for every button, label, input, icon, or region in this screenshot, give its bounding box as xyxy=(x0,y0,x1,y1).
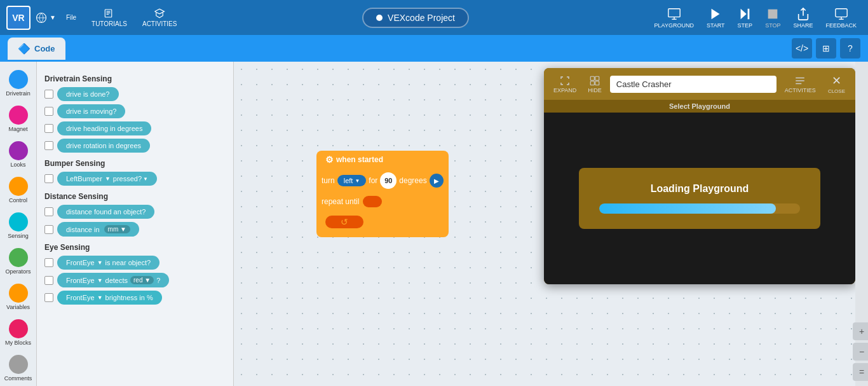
checkbox-drive-rotation[interactable] xyxy=(44,141,53,150)
hide-button[interactable]: HIDE xyxy=(585,73,605,95)
block-distance-object[interactable]: distance found an object? xyxy=(57,205,154,219)
checkbox-drive-heading[interactable] xyxy=(44,124,53,133)
loading-bar-background xyxy=(599,203,800,214)
help-button[interactable]: ? xyxy=(840,38,860,59)
block-leftbumper[interactable]: LeftBumper ▼ pressed? xyxy=(57,172,157,186)
code-tab[interactable]: 🔷 Code xyxy=(8,38,65,60)
stop-icon xyxy=(766,7,780,21)
layout-button[interactable]: ⊞ xyxy=(816,38,836,59)
project-pill[interactable]: VEXcode Project xyxy=(362,8,469,28)
start-button[interactable]: START xyxy=(702,4,730,31)
feedback-button[interactable]: FEEDBACK xyxy=(820,4,862,31)
expand-button[interactable]: EXPAND xyxy=(550,73,580,95)
for-label: for xyxy=(369,176,377,185)
sidebar-item-magnet[interactable]: Magnet xyxy=(2,102,35,135)
drivetrain-label: Drivetrain xyxy=(6,90,31,97)
block-row: FrontEye ▼ detects red ▼ ? xyxy=(44,273,226,287)
hide-icon xyxy=(589,75,600,86)
activities-panel-button[interactable]: ACTIVITIES xyxy=(782,73,819,95)
share-button[interactable]: SHARE xyxy=(788,4,818,31)
code-view-button[interactable]: </> xyxy=(792,38,812,59)
block-fronteye-near[interactable]: FrontEye ▼ is near object? xyxy=(57,256,159,270)
checkbox-distance-object[interactable] xyxy=(44,207,53,216)
playground-name-input[interactable] xyxy=(610,76,776,93)
sidebar-item-looks[interactable]: Looks xyxy=(2,138,35,171)
close-button[interactable]: ✕ CLOSE xyxy=(824,72,849,96)
expand-label: EXPAND xyxy=(553,87,576,93)
block-drive-done[interactable]: drive is done? xyxy=(57,87,119,101)
blocks-panel: Drivetrain Sensing drive is done? drive … xyxy=(37,62,234,386)
turn-label: turn xyxy=(322,176,335,185)
activities-label: ACTIVITIES xyxy=(142,20,177,27)
zoom-out-button[interactable]: − xyxy=(853,343,868,361)
globe-menu[interactable]: ▼ xyxy=(36,12,56,24)
block-left-dropdown[interactable]: left ▼ xyxy=(337,175,367,186)
svg-rect-6 xyxy=(668,8,680,17)
share-icon xyxy=(796,7,810,21)
project-name: VEXcode Project xyxy=(388,13,455,23)
checkbox-fronteye-detects[interactable] xyxy=(44,276,53,285)
svg-rect-11 xyxy=(748,8,750,19)
block-drive-heading[interactable]: drive heading in degrees xyxy=(57,121,151,135)
looks-label: Looks xyxy=(10,162,25,168)
zoom-in-button[interactable]: + xyxy=(853,322,868,340)
svg-rect-12 xyxy=(768,9,778,18)
step-button[interactable]: STEP xyxy=(733,4,758,31)
block-90-input[interactable]: 90 xyxy=(380,172,397,189)
stop-label: STOP xyxy=(765,22,780,29)
block-row: FrontEye ▼ brightness in % xyxy=(44,291,226,305)
block-turn-row[interactable]: turn left ▼ for 90 degrees ▶ xyxy=(316,169,449,193)
sensing-label: Sensing xyxy=(8,233,29,239)
block-drive-rotation[interactable]: drive rotation in degrees xyxy=(57,139,150,153)
start-icon xyxy=(709,7,722,21)
start-label: START xyxy=(707,22,725,29)
stop-button[interactable]: STOP xyxy=(760,4,785,31)
block-row: distance found an object? xyxy=(44,205,226,219)
block-row: drive is done? xyxy=(44,87,226,101)
canvas-area[interactable]: ⚙ when started turn left ▼ for 90 degree… xyxy=(234,62,868,386)
checkbox-drive-moving[interactable] xyxy=(44,107,53,116)
drivetrain-circle xyxy=(9,70,28,89)
checkbox-distance-in[interactable] xyxy=(44,225,53,234)
sidebar-item-comments[interactable]: Comments xyxy=(2,352,35,385)
block-repeat-row[interactable]: repeat until xyxy=(316,193,449,210)
zoom-reset-button[interactable]: = xyxy=(853,363,868,381)
playground-panel: EXPAND HIDE ACTIVITIES ✕ CLOSE Select Pl… xyxy=(544,68,855,284)
block-fronteye-brightness[interactable]: FrontEye ▼ brightness in % xyxy=(57,291,162,305)
block-drive-moving[interactable]: drive is moving? xyxy=(57,104,125,118)
activities-icon xyxy=(154,8,165,19)
loading-card: Loading Playground xyxy=(579,168,820,229)
checkbox-fronteye-brightness[interactable] xyxy=(44,293,53,302)
sidebar-item-control[interactable]: Control xyxy=(2,174,35,207)
checkbox-drive-done[interactable] xyxy=(44,90,53,99)
eye-sensing-title: Eye Sensing xyxy=(44,243,226,252)
project-dot xyxy=(376,15,383,21)
svg-rect-19 xyxy=(595,81,599,85)
block-distance-in[interactable]: distance in mm ▼ xyxy=(57,222,139,237)
block-row: FrontEye ▼ is near object? xyxy=(44,256,226,270)
distance-sensing-title: Distance Sensing xyxy=(44,192,226,201)
block-condition-oval[interactable] xyxy=(363,196,382,207)
main: Drivetrain Magnet Looks Control Sensing … xyxy=(0,62,868,386)
globe-chevron: ▼ xyxy=(50,14,56,21)
hide-label: HIDE xyxy=(588,87,602,93)
svg-marker-10 xyxy=(741,8,747,19)
share-label: SHARE xyxy=(793,22,813,29)
left-arrow: ▼ xyxy=(355,178,360,184)
checkbox-bumper[interactable] xyxy=(44,174,53,183)
loading-title: Loading Playground xyxy=(599,183,800,195)
tutorials-button[interactable]: TUTORIALS xyxy=(86,5,132,30)
sidebar-item-myblocks[interactable]: My Blocks xyxy=(2,316,35,349)
activities-button[interactable]: ACTIVITIES xyxy=(137,5,182,30)
playground-button[interactable]: PLAYGROUND xyxy=(649,4,699,31)
file-button[interactable]: File xyxy=(61,11,81,24)
sidebar-item-operators[interactable]: Operators xyxy=(2,245,35,278)
block-play-button[interactable]: ▶ xyxy=(430,174,444,188)
block-when-started[interactable]: ⚙ when started xyxy=(316,151,449,169)
checkbox-fronteye-near[interactable] xyxy=(44,258,53,267)
sidebar-item-drivetrain[interactable]: Drivetrain xyxy=(2,67,35,100)
sidebar-item-variables[interactable]: Variables xyxy=(2,280,35,314)
block-fronteye-detects[interactable]: FrontEye ▼ detects red ▼ ? xyxy=(57,273,169,287)
block-bottom: ↺ xyxy=(316,210,449,237)
sidebar-item-sensing[interactable]: Sensing xyxy=(2,209,35,242)
